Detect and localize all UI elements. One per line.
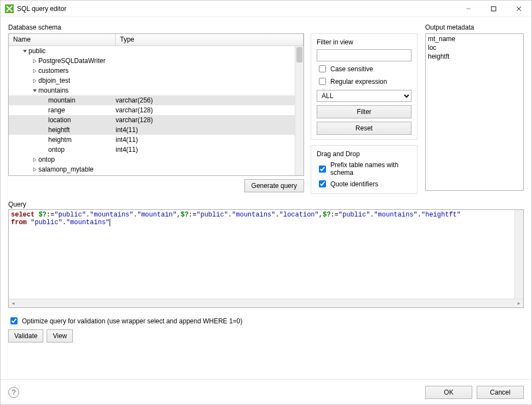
minimize-button[interactable] — [456, 1, 481, 17]
output-metadata-list[interactable]: mt_namelocheightft — [425, 33, 524, 191]
case-sensitive-checkbox[interactable]: Case sensitive — [317, 64, 411, 74]
tree-node-name: location — [48, 116, 116, 124]
filter-box: Filter in view Case sensitive Regular ex… — [311, 33, 417, 140]
tree-node-name: ontop — [38, 156, 116, 163]
tree-node-name: mountain — [48, 96, 116, 104]
tree-node-name: range — [48, 106, 116, 114]
prefix-schema-checkbox[interactable]: Prefix table names with schema — [317, 161, 411, 176]
editor-scrollbar-h[interactable]: ◂ ▸ — [9, 299, 523, 307]
drag-drop-box: Drag and Drop Prefix table names with sc… — [311, 145, 417, 194]
view-button[interactable]: View — [47, 329, 73, 343]
output-item[interactable]: heightft — [428, 53, 521, 61]
validate-button[interactable]: Validate — [8, 329, 43, 343]
chevron-right-icon[interactable] — [31, 157, 38, 162]
tree-node-name: dbjoin_test — [38, 77, 116, 84]
chevron-down-icon[interactable] — [31, 88, 38, 93]
tree-row[interactable]: locationvarchar(128) — [9, 115, 295, 125]
tree-node-name: public — [28, 47, 116, 55]
sql-query-editor-window: SQL query editor Database schema Name Ty… — [0, 0, 532, 405]
editor-scrollbar-v[interactable] — [514, 210, 523, 299]
tree-row[interactable]: heightmint4(11) — [9, 135, 295, 145]
filter-input[interactable] — [317, 49, 411, 61]
tree-row[interactable]: ontop — [9, 155, 295, 164]
query-label: Query — [8, 201, 524, 208]
tree-node-name: salamonp_mytable — [38, 166, 116, 173]
filter-title: Filter in view — [317, 38, 411, 46]
tree-row[interactable]: customers — [9, 66, 295, 76]
svg-rect-2 — [491, 7, 496, 11]
text-caret — [110, 219, 110, 226]
window-title: SQL query editor — [17, 5, 456, 13]
app-icon — [5, 4, 14, 13]
quote-identifiers-checkbox[interactable]: Quote identifiers — [317, 179, 411, 189]
tree-node-name: customers — [38, 67, 116, 75]
help-icon[interactable]: ? — [8, 387, 19, 398]
tree-row[interactable]: mountains — [9, 85, 295, 95]
drag-title: Drag and Drop — [317, 150, 411, 158]
tree-row[interactable]: PostgreSQLDataWriter — [9, 56, 295, 66]
tree-node-name: heightft — [48, 126, 116, 134]
tree-node-name: ontop — [48, 146, 116, 153]
filter-button[interactable]: Filter — [317, 105, 411, 118]
tree-node-type: varchar(128) — [116, 106, 295, 114]
maximize-button[interactable] — [481, 1, 506, 17]
column-header-name[interactable]: Name — [9, 34, 116, 45]
close-button[interactable] — [506, 1, 531, 17]
tree-row[interactable]: ontopint4(11) — [9, 145, 295, 155]
tree-row[interactable]: dbjoin_test — [9, 76, 295, 85]
tree-scrollbar[interactable] — [295, 46, 304, 175]
chevron-down-icon[interactable] — [21, 49, 28, 54]
output-item[interactable]: mt_name — [428, 35, 521, 44]
scroll-left-icon[interactable]: ◂ — [9, 299, 18, 307]
tree-node-name: mountains — [38, 87, 116, 94]
reset-button[interactable]: Reset — [317, 122, 411, 135]
output-group-label: Output metadata — [425, 24, 524, 31]
query-editor[interactable]: select $?:="public"."mountains"."mountai… — [8, 209, 524, 308]
scroll-right-icon[interactable]: ▸ — [514, 299, 523, 307]
tree-row[interactable]: mountainvarchar(256) — [9, 95, 295, 105]
tree-node-name: heightm — [48, 136, 116, 144]
optimize-query-checkbox[interactable]: Optimize query for validation (use wrapp… — [8, 316, 524, 326]
chevron-right-icon[interactable] — [31, 59, 38, 64]
tree-node-type: int4(11) — [116, 146, 295, 153]
regex-checkbox[interactable]: Regular expression — [317, 76, 411, 87]
tree-node-type: int4(11) — [116, 126, 295, 134]
tree-node-type: varchar(128) — [116, 116, 295, 124]
generate-query-button[interactable]: Generate query — [244, 179, 304, 192]
tree-row[interactable]: heightftint4(11) — [9, 125, 295, 135]
output-item[interactable]: loc — [428, 44, 521, 53]
tree-node-name: PostgreSQLDataWriter — [38, 57, 116, 65]
tree-row[interactable]: rangevarchar(128) — [9, 105, 295, 115]
cancel-button[interactable]: Cancel — [477, 386, 524, 399]
schema-tree[interactable]: Name Type publicPostgreSQLDataWritercust… — [8, 33, 304, 176]
chevron-right-icon[interactable] — [31, 69, 38, 73]
ok-button[interactable]: OK — [425, 386, 472, 399]
chevron-right-icon[interactable] — [31, 167, 38, 172]
tree-node-type: int4(11) — [116, 136, 295, 144]
titlebar: SQL query editor — [1, 1, 531, 17]
tree-row[interactable]: public — [9, 46, 295, 56]
column-header-type[interactable]: Type — [116, 34, 304, 45]
tree-node-type: varchar(256) — [116, 96, 295, 104]
schema-group-label: Database schema — [8, 24, 417, 31]
tree-row[interactable]: salamonp_mytable — [9, 164, 295, 174]
filter-scope-select[interactable]: ALL — [317, 90, 411, 102]
chevron-right-icon[interactable] — [31, 78, 38, 83]
